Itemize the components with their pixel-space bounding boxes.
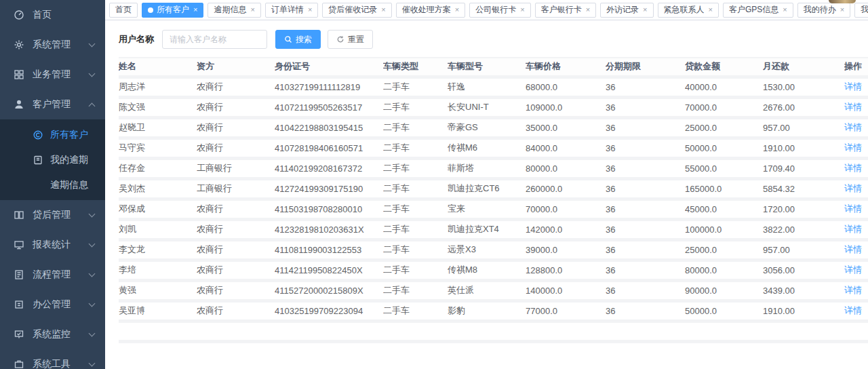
close-tab-icon[interactable]: × [455,6,459,14]
cell-分期期限: 36 [606,219,685,239]
cell-车辆型号: 远景X3 [448,239,526,260]
tab-8[interactable]: 外访记录× [600,3,653,18]
cell-身份证号: 410728198406160571 [275,138,383,158]
cell-月还款: 3439.00 [763,280,844,300]
close-tab-icon[interactable]: × [381,6,385,14]
cell-actions: 详情 [844,300,868,321]
cell-empty [119,321,197,341]
detail-link[interactable]: 详情 [844,122,862,132]
sidebar-item-4[interactable]: 贷后管理 [0,200,105,230]
chevron-down-icon [89,330,96,337]
close-tab-icon[interactable]: × [308,6,312,14]
cell-资方: 农商行 [197,117,275,138]
table-row: 黄强农商行41152720000215809X二手车英仕派140000.0369… [119,280,868,300]
tab-10[interactable]: 客户GPS信息× [723,3,793,18]
sidebar-item-7[interactable]: 办公管理 [0,290,105,319]
submenu-item-label: 逾期信息 [50,179,88,191]
customer-name-input[interactable] [162,30,267,49]
sidebar-item-0[interactable]: 首页 [0,0,105,30]
table-row: 吴刘杰工商银行412724199309175190二手车凯迪拉克CT626000… [119,178,868,199]
search-toolbar: 用户名称 搜索 重置 [105,20,868,57]
cell-身份证号: 410721199505263517 [275,97,383,117]
main-area: 首页所有客户×逾期信息×订单详情×贷后催收记录×催收处理方案×公司银行卡×客户银… [105,0,868,369]
sidebar-item-9[interactable]: 系统工具 [0,349,105,369]
column-header-9: 操作 [844,58,868,77]
cell-姓名: 吴刘杰 [119,178,197,199]
sidebar-item-8[interactable]: 系统监控 [0,319,105,349]
sidebar-item-3[interactable]: 客户管理 [0,90,105,119]
close-tab-icon[interactable]: × [586,6,590,14]
sidebar-item-6[interactable]: 流程管理 [0,260,105,290]
tab-3[interactable]: 订单详情× [265,3,318,18]
tab-12[interactable]: 我的流程× [854,3,868,18]
cell-分期期限: 36 [606,300,685,321]
refresh-icon [336,35,344,43]
cell-actions: 详情 [844,77,868,97]
tab-label: 订单详情 [271,4,304,16]
detail-link[interactable]: 详情 [844,224,862,234]
chevron-down-icon [89,360,96,367]
table-row-partial [119,321,868,341]
detail-link[interactable]: 详情 [844,163,862,173]
close-tab-icon[interactable]: × [709,6,713,14]
cell-姓名: 周志洋 [119,77,197,97]
detail-link[interactable]: 详情 [844,81,862,92]
cell-月还款: 2676.00 [763,97,844,117]
cell-分期期限: 36 [606,239,685,260]
close-tab-icon[interactable]: × [783,6,787,14]
tab-6[interactable]: 公司银行卡× [469,3,530,18]
search-button[interactable]: 搜索 [275,30,321,49]
tab-0[interactable]: 首页 [109,3,138,18]
table-row: 刘凯农商行41232819810203631X二手车凯迪拉克XT4142000.… [119,219,868,239]
submenu-item-2[interactable]: 逾期信息 [0,172,105,197]
detail-link[interactable]: 详情 [844,305,862,315]
chart-icon [14,239,24,250]
cell-贷款金额: 25000.0 [685,239,763,260]
avatar-fragment [829,0,856,3]
close-tab-icon[interactable]: × [643,6,647,14]
detail-link[interactable]: 详情 [844,244,862,254]
tab-5[interactable]: 催收处理方案× [396,3,465,18]
detail-link[interactable]: 详情 [844,102,862,112]
close-tab-icon[interactable]: × [840,6,844,14]
cell-车辆价格: 80000.0 [526,158,606,178]
table-row: 任存金工商银行411402199208167372二手车菲斯塔80000.036… [119,158,868,178]
detail-link[interactable]: 详情 [844,265,862,275]
cell-车辆类型: 二手车 [383,117,448,138]
cell-车辆价格: 68000.0 [526,77,606,97]
cell-资方: 农商行 [197,138,275,158]
close-tab-icon[interactable]: × [250,6,254,14]
cell-资方: 农商行 [197,199,275,219]
detail-link[interactable]: 详情 [844,203,862,214]
detail-link[interactable]: 详情 [844,142,862,153]
cell-贷款金额: 55000.0 [685,158,763,178]
submenu-item-0[interactable]: 所有客户 [0,122,105,147]
tab-2[interactable]: 逾期信息× [208,3,260,18]
close-tab-icon[interactable]: × [193,6,197,14]
sidebar-item-2[interactable]: 业务管理 [0,60,105,90]
sidebar-item-label: 客户管理 [33,98,90,111]
tab-4[interactable]: 贷后催收记录× [322,3,391,18]
table-row: 赵晓卫农商行410422198803195415二手车帝豪GS35000.036… [119,117,868,138]
cell-月还款: 957.00 [763,117,844,138]
reset-button[interactable]: 重置 [328,30,373,49]
cell-资方: 工商银行 [197,178,275,199]
sidebar-item-1[interactable]: 系统管理 [0,30,105,60]
detail-link[interactable]: 详情 [844,183,862,193]
cell-姓名: 黄强 [119,280,197,300]
cell-empty [685,321,763,341]
tab-1[interactable]: 所有客户× [142,3,203,18]
cell-车辆类型: 二手车 [383,97,448,117]
search-icon [284,35,292,43]
tab-label: 首页 [115,4,132,16]
submenu-item-1[interactable]: 我的逾期 [0,147,105,172]
cell-月还款: 3056.00 [763,260,844,280]
tab-11[interactable]: 我的待办× [797,3,850,18]
close-tab-icon[interactable]: × [520,6,524,14]
detail-link[interactable]: 详情 [844,285,862,295]
tab-9[interactable]: 紧急联系人× [658,3,719,18]
cell-车辆类型: 二手车 [383,158,448,178]
cell-分期期限: 36 [606,260,685,280]
sidebar-item-5[interactable]: 报表统计 [0,230,105,260]
tab-7[interactable]: 客户银行卡× [535,3,596,18]
